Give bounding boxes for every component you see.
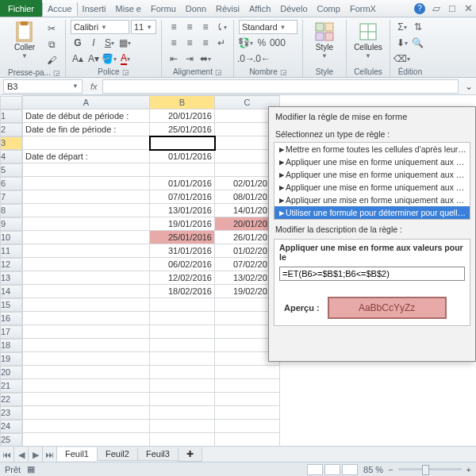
cell[interactable] <box>23 298 150 312</box>
merge-button[interactable]: ⬌▾ <box>198 52 213 66</box>
minimize-ribbon-icon[interactable]: ▱ <box>428 2 444 14</box>
cell[interactable] <box>23 325 150 339</box>
tab-home[interactable]: Accue <box>42 2 78 16</box>
cell[interactable]: 06/02/2016 <box>150 258 215 271</box>
number-format-combo[interactable]: Standard▼ <box>239 20 298 34</box>
clear-button[interactable]: ⌫▾ <box>395 52 409 66</box>
cell[interactable] <box>23 379 150 393</box>
cell[interactable] <box>150 298 215 312</box>
row-header[interactable]: 10 <box>0 231 22 244</box>
cell[interactable] <box>150 352 215 366</box>
cell[interactable] <box>23 352 150 366</box>
cell[interactable] <box>23 231 150 244</box>
grow-font-button[interactable]: A▴ <box>71 52 85 66</box>
sheet-tab[interactable]: Feuil1 <box>56 447 98 461</box>
fill-color-button[interactable]: 🪣▾ <box>102 52 117 66</box>
select-all-button[interactable] <box>0 96 22 109</box>
sheet-nav-prev-icon[interactable]: ◀ <box>14 447 29 462</box>
zoom-in-button[interactable]: + <box>466 465 471 474</box>
percent-button[interactable]: % <box>255 36 269 50</box>
cell[interactable] <box>23 258 150 271</box>
row-header[interactable]: 3 <box>0 136 22 150</box>
zoom-out-button[interactable]: − <box>388 465 393 474</box>
cell[interactable]: 20/01/2016 <box>150 109 215 123</box>
cell[interactable] <box>215 393 280 406</box>
comma-button[interactable]: 000 <box>271 36 285 50</box>
cell[interactable]: 07/01/2016 <box>150 190 215 204</box>
row-header[interactable]: 1 <box>0 109 22 123</box>
bold-button[interactable]: G <box>71 36 85 50</box>
sheet-nav-first-icon[interactable]: ⏮ <box>0 447 14 462</box>
close-icon[interactable]: ✕ <box>460 2 476 14</box>
cells-button[interactable]: Cellules▼ <box>351 20 385 60</box>
dialog-launcher-icon[interactable]: ◲ <box>53 69 60 77</box>
orientation-button[interactable]: ⤹▾ <box>214 20 228 34</box>
cell[interactable]: 12/02/2016 <box>150 271 215 285</box>
align-top-button[interactable]: ≡ <box>167 20 181 34</box>
cell[interactable] <box>150 366 215 379</box>
sheet-nav-last-icon[interactable]: ⏭ <box>43 447 57 462</box>
tab-formx[interactable]: FormX <box>345 2 381 16</box>
cell[interactable] <box>23 339 150 352</box>
rule-type-item[interactable]: ►Appliquer une mise en forme uniquement … <box>274 181 470 194</box>
row-header[interactable]: 14 <box>0 285 22 298</box>
border-button[interactable]: ▦▾ <box>118 36 132 50</box>
cell[interactable]: Date de début de période : <box>23 109 150 123</box>
shrink-font-button[interactable]: A▾ <box>86 52 101 66</box>
tab-comp[interactable]: Comp <box>313 2 345 16</box>
dialog-launcher-icon[interactable]: ◲ <box>215 68 222 76</box>
cut-button[interactable]: ✂ <box>44 21 59 36</box>
font-size-combo[interactable]: 11▼ <box>131 20 156 34</box>
rule-type-item[interactable]: ►Appliquer une mise en forme uniquement … <box>274 168 470 181</box>
formula-input[interactable] <box>102 79 459 94</box>
cell[interactable]: 01/01/2016 <box>150 150 215 163</box>
rule-type-list[interactable]: ►Mettre en forme toutes les cellules d'a… <box>274 142 470 220</box>
cell[interactable] <box>150 312 215 325</box>
cell[interactable] <box>215 379 280 393</box>
tab-insert[interactable]: Inserti <box>78 2 111 16</box>
dialog-launcher-icon[interactable]: ◲ <box>122 68 129 76</box>
cell[interactable] <box>150 325 215 339</box>
row-header[interactable]: 6 <box>0 177 22 190</box>
tab-data[interactable]: Donn <box>181 2 211 16</box>
file-tab[interactable]: Fichier <box>0 0 42 17</box>
spreadsheet-grid[interactable]: A B C 1Date de début de période :20/01/2… <box>0 95 280 447</box>
row-header[interactable]: 24 <box>0 420 22 433</box>
cell[interactable] <box>23 406 150 420</box>
rule-formula-input[interactable] <box>279 267 465 281</box>
cell[interactable] <box>23 420 150 433</box>
row-header[interactable]: 13 <box>0 271 22 285</box>
cell[interactable] <box>23 393 150 406</box>
tab-review[interactable]: Révisi <box>211 2 244 16</box>
paste-button[interactable]: Coller▼ <box>8 20 41 60</box>
sheet-nav-next-icon[interactable]: ▶ <box>29 447 43 462</box>
zoom-slider[interactable] <box>398 468 462 470</box>
restore-icon[interactable]: □ <box>444 2 460 14</box>
row-header[interactable]: 22 <box>0 393 22 406</box>
cell[interactable]: 19/01/2016 <box>150 217 215 231</box>
cell[interactable] <box>150 393 215 406</box>
cell[interactable] <box>23 136 150 150</box>
expand-formula-bar-icon[interactable]: ⌄ <box>462 79 476 94</box>
cell[interactable] <box>150 339 215 352</box>
macro-record-icon[interactable]: ▦ <box>27 464 35 474</box>
cell[interactable] <box>150 406 215 420</box>
row-header[interactable]: 21 <box>0 379 22 393</box>
cell[interactable] <box>23 190 150 204</box>
new-sheet-button[interactable]: ✚ <box>178 447 202 462</box>
cell[interactable]: 01/01/2016 <box>150 177 215 190</box>
find-button[interactable]: 🔍 <box>411 36 425 50</box>
row-header[interactable]: 12 <box>0 258 22 271</box>
decrease-decimal-button[interactable]: .0← <box>255 52 269 66</box>
row-header[interactable]: 16 <box>0 312 22 325</box>
currency-button[interactable]: 💱▾ <box>239 36 253 50</box>
rule-type-item[interactable]: ►Mettre en forme toutes les cellules d'a… <box>274 143 470 155</box>
style-button[interactable]: Style▼ <box>308 20 341 60</box>
page-break-view-button[interactable] <box>342 464 358 475</box>
copy-button[interactable]: ⧉ <box>44 37 59 52</box>
cell[interactable]: 25/01/2016 <box>150 231 215 244</box>
row-header[interactable]: 4 <box>0 150 22 163</box>
cell[interactable] <box>150 420 215 433</box>
cell[interactable]: 31/01/2016 <box>150 244 215 258</box>
cell[interactable] <box>23 244 150 258</box>
